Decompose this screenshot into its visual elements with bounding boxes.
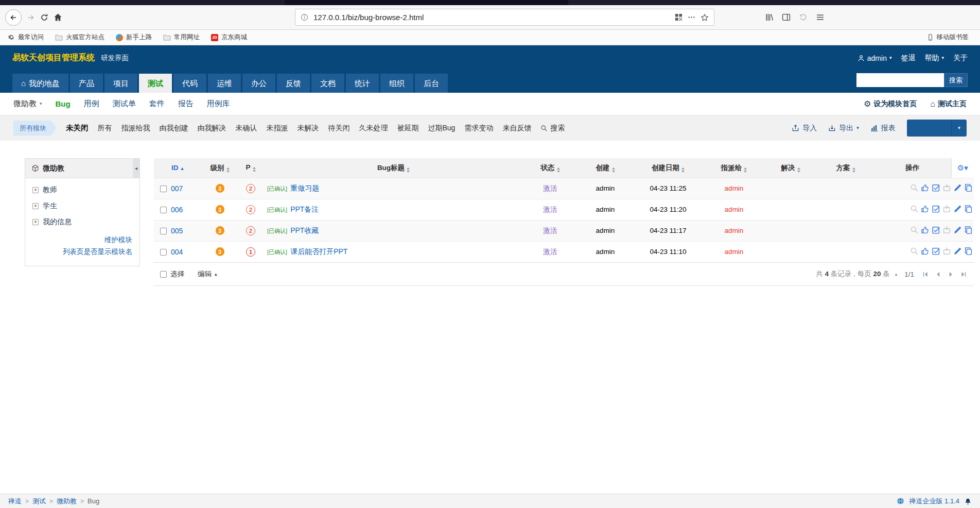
col-id[interactable]: ID▲ (154, 158, 203, 178)
filter-all[interactable]: 所有 (98, 124, 112, 133)
col-created-date[interactable]: 创建日期 (632, 158, 704, 178)
bug-id-link[interactable]: 007 (171, 184, 183, 193)
bug-id-link[interactable]: 004 (171, 248, 183, 256)
tab-test[interactable]: 测试 (139, 74, 172, 93)
filter-unconfirmed[interactable]: 未确认 (236, 124, 257, 133)
subnav-testtask[interactable]: 测试单 (113, 99, 136, 109)
subnav-case[interactable]: 用例 (84, 99, 99, 109)
edit-icon[interactable] (953, 204, 962, 213)
col-status[interactable]: 状态 (522, 158, 579, 178)
subnav-suite[interactable]: 套件 (149, 99, 165, 109)
col-resolution[interactable]: 解决 (764, 158, 817, 178)
pagination-first[interactable] (921, 270, 929, 278)
copy-icon[interactable] (964, 204, 973, 213)
col-priority[interactable]: P (236, 158, 265, 178)
tree-item-teacher[interactable]: + 教师 (32, 185, 132, 195)
select-all[interactable]: 选择 (160, 269, 184, 279)
import-button[interactable]: 导入 (792, 124, 817, 133)
export-button[interactable]: 导出 ▾ (828, 124, 859, 133)
row-checkbox[interactable] (160, 249, 167, 256)
bookmark-getting-started[interactable]: 新手上路 (116, 33, 152, 42)
breadcrumb-zentao[interactable]: 禅道 (8, 497, 22, 506)
version-link[interactable]: 禅道企业版 1.1.4 (909, 497, 959, 506)
app-logo[interactable]: 易软天创项目管理系统 (12, 53, 95, 63)
filter-unassigned[interactable]: 未指派 (267, 124, 288, 133)
tab-org[interactable]: 组织 (380, 74, 413, 93)
resolve-icon[interactable] (931, 204, 940, 213)
close-icon[interactable] (942, 247, 951, 256)
module-dropdown[interactable]: 微助教 ▾ (13, 99, 42, 109)
user-menu[interactable]: admin ▾ (857, 54, 892, 62)
logout-link[interactable]: 签退 (901, 54, 915, 63)
copy-icon[interactable] (964, 247, 973, 256)
create-bug-button[interactable]: + 提Bug (907, 120, 951, 137)
tab-code[interactable]: 代码 (173, 74, 206, 93)
col-assigned-to[interactable]: 指派给 (704, 158, 764, 178)
resolve-icon[interactable] (931, 183, 940, 192)
bookmark-common-sites[interactable]: 常用网址 (163, 33, 200, 42)
view-icon[interactable] (909, 204, 919, 213)
create-bug-dropdown[interactable]: ▾ (951, 120, 967, 137)
col-settings[interactable]: ⚙▾ (951, 158, 974, 178)
col-solution[interactable]: 方案 (817, 158, 874, 178)
subnav-report[interactable]: 报告 (178, 99, 194, 109)
per-page-dropdown[interactable]: ▴ (895, 272, 898, 277)
show-module-name-link[interactable]: 列表页是否显示模块名 (32, 246, 132, 258)
bookmark-star-icon[interactable] (701, 13, 709, 22)
site-info-icon[interactable] (301, 13, 308, 21)
confirm-icon[interactable] (920, 183, 930, 192)
copy-icon[interactable] (964, 225, 973, 234)
library-icon[interactable] (765, 13, 774, 22)
qr-code-icon[interactable] (675, 13, 682, 21)
about-link[interactable]: 关于 (953, 54, 968, 63)
filter-assigned-to-me[interactable]: 指派给我 (121, 124, 150, 133)
filter-to-close[interactable]: 待关闭 (328, 124, 350, 133)
expand-icon[interactable]: + (32, 203, 39, 209)
col-creator[interactable]: 创建 (579, 158, 632, 178)
sidebar-collapse-icon[interactable]: ◂ (133, 159, 139, 178)
batch-edit-button[interactable]: 编辑 ▴ (198, 269, 217, 279)
expand-icon[interactable]: + (32, 187, 39, 193)
col-title[interactable]: Bug标题 (265, 158, 522, 178)
view-icon[interactable] (909, 225, 919, 234)
global-search-input[interactable] (856, 73, 944, 87)
tab-office[interactable]: 办公 (242, 74, 275, 93)
tab-ops[interactable]: 运维 (208, 74, 241, 93)
filter-opened-by-me[interactable]: 由我创建 (160, 124, 188, 133)
bookmark-jd[interactable]: JD 京东商城 (211, 33, 247, 42)
tab-doc[interactable]: 文档 (311, 74, 344, 93)
bookmark-most-visited[interactable]: 最常访问 (8, 33, 44, 42)
close-icon[interactable] (942, 183, 951, 192)
close-icon[interactable] (942, 204, 951, 213)
filter-search[interactable]: 搜索 (540, 124, 565, 133)
pagination-prev[interactable] (934, 270, 942, 278)
bug-title-link[interactable]: PPT备注 (290, 205, 319, 213)
subnav-caselib[interactable]: 用例库 (207, 99, 230, 109)
expand-icon[interactable]: + (32, 219, 39, 225)
filter-story-change[interactable]: 需求变动 (464, 124, 493, 133)
filter-unresolved[interactable]: 未解决 (297, 124, 319, 133)
row-checkbox[interactable] (160, 185, 167, 192)
view-icon[interactable] (909, 183, 919, 192)
report-button[interactable]: 报表 (870, 124, 896, 133)
confirm-icon[interactable] (920, 204, 930, 213)
breadcrumb-module[interactable]: 微助教 (57, 497, 77, 506)
bookmark-firefox-official[interactable]: 火狐官方站点 (55, 33, 104, 42)
tab-product[interactable]: 产品 (70, 74, 103, 93)
forward-button[interactable] (27, 13, 35, 22)
tab-feedback[interactable]: 反馈 (277, 74, 310, 93)
copy-icon[interactable] (964, 183, 973, 192)
pagination-last[interactable] (960, 270, 968, 278)
filter-unclosed[interactable]: 未关闭 (66, 123, 89, 133)
tab-my-dashboard[interactable]: ⌂ 我的地盘 (12, 74, 68, 93)
view-icon[interactable] (909, 247, 919, 256)
confirm-icon[interactable] (920, 225, 930, 234)
sidebar-toggle-icon[interactable] (782, 13, 791, 22)
test-home[interactable]: ⌂ 测试主页 (930, 99, 967, 109)
module-chip[interactable]: 所有模块 (13, 121, 57, 136)
url-bar[interactable]: 127.0.0.1/biz/bug-browse-2.html (295, 9, 714, 26)
help-menu[interactable]: 帮助 ▾ (924, 54, 944, 63)
col-severity[interactable]: 级别 (203, 158, 236, 178)
sync-icon[interactable] (799, 13, 808, 22)
url-text[interactable]: 127.0.0.1/biz/bug-browse-2.html (313, 13, 670, 22)
